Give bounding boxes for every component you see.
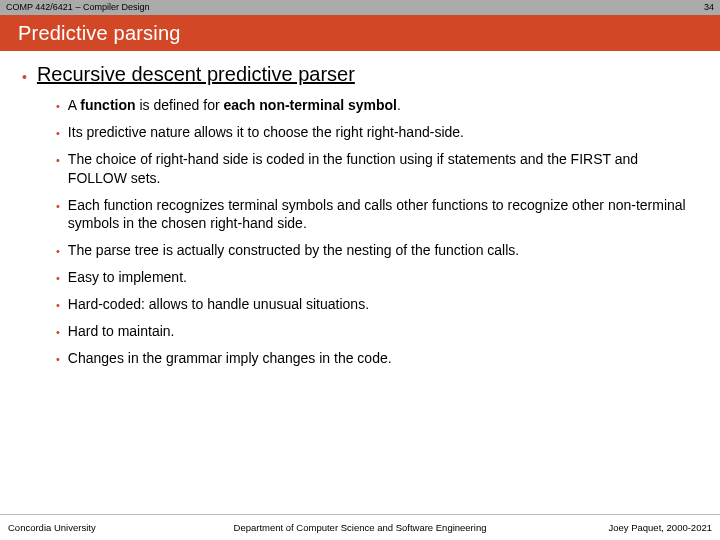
list-text: Its predictive nature allows it to choos… bbox=[68, 123, 698, 142]
slide-title: Predictive parsing bbox=[0, 15, 720, 51]
footer-left: Concordia University bbox=[8, 522, 188, 533]
heading-row: • Recursive descent predictive parser bbox=[22, 63, 698, 86]
bullet-icon: • bbox=[56, 325, 60, 341]
text-part: . bbox=[397, 97, 401, 113]
list-text: Changes in the grammar imply changes in … bbox=[68, 349, 698, 368]
bullet-icon: • bbox=[56, 271, 60, 287]
list-item: • Easy to implement. bbox=[56, 268, 698, 287]
header-bar: COMP 442/6421 – Compiler Design 34 bbox=[0, 0, 720, 15]
list-item: • Its predictive nature allows it to cho… bbox=[56, 123, 698, 142]
text-bold: each non-terminal symbol bbox=[223, 97, 396, 113]
list-item: • Changes in the grammar imply changes i… bbox=[56, 349, 698, 368]
list-item: • The choice of right-hand side is coded… bbox=[56, 150, 698, 188]
bullet-icon: • bbox=[56, 244, 60, 260]
bullet-icon: • bbox=[56, 352, 60, 368]
footer: Concordia University Department of Compu… bbox=[0, 514, 720, 540]
slide: COMP 442/6421 – Compiler Design 34 Predi… bbox=[0, 0, 720, 540]
course-code: COMP 442/6421 – Compiler Design bbox=[6, 0, 149, 15]
list-text: The parse tree is actually constructed b… bbox=[68, 241, 698, 260]
list-text: Hard to maintain. bbox=[68, 322, 698, 341]
section-heading: Recursive descent predictive parser bbox=[37, 63, 355, 86]
list-text: A function is defined for each non-termi… bbox=[68, 96, 698, 115]
list-text: Each function recognizes terminal symbol… bbox=[68, 196, 698, 234]
bullet-icon: • bbox=[56, 99, 60, 115]
list-text: Hard-coded: allows to handle unusual sit… bbox=[68, 295, 698, 314]
bullet-icon: • bbox=[56, 199, 60, 234]
list-item: • The parse tree is actually constructed… bbox=[56, 241, 698, 260]
bullet-list: • A function is defined for each non-ter… bbox=[56, 96, 698, 368]
text-bold: function bbox=[80, 97, 135, 113]
list-item: • Hard to maintain. bbox=[56, 322, 698, 341]
text-part: is defined for bbox=[136, 97, 224, 113]
list-text: Easy to implement. bbox=[68, 268, 698, 287]
page-number: 34 bbox=[704, 0, 714, 15]
bullet-icon: • bbox=[56, 153, 60, 188]
list-item: • Hard-coded: allows to handle unusual s… bbox=[56, 295, 698, 314]
list-item: • A function is defined for each non-ter… bbox=[56, 96, 698, 115]
footer-center: Department of Computer Science and Softw… bbox=[188, 522, 532, 533]
list-item: • Each function recognizes terminal symb… bbox=[56, 196, 698, 234]
bullet-icon: • bbox=[22, 69, 27, 85]
footer-right: Joey Paquet, 2000-2021 bbox=[532, 522, 712, 533]
content-area: • Recursive descent predictive parser • … bbox=[0, 51, 720, 368]
list-text: The choice of right-hand side is coded i… bbox=[68, 150, 698, 188]
text-part: A bbox=[68, 97, 80, 113]
bullet-icon: • bbox=[56, 298, 60, 314]
bullet-icon: • bbox=[56, 126, 60, 142]
footer-inner: Concordia University Department of Compu… bbox=[0, 515, 720, 540]
